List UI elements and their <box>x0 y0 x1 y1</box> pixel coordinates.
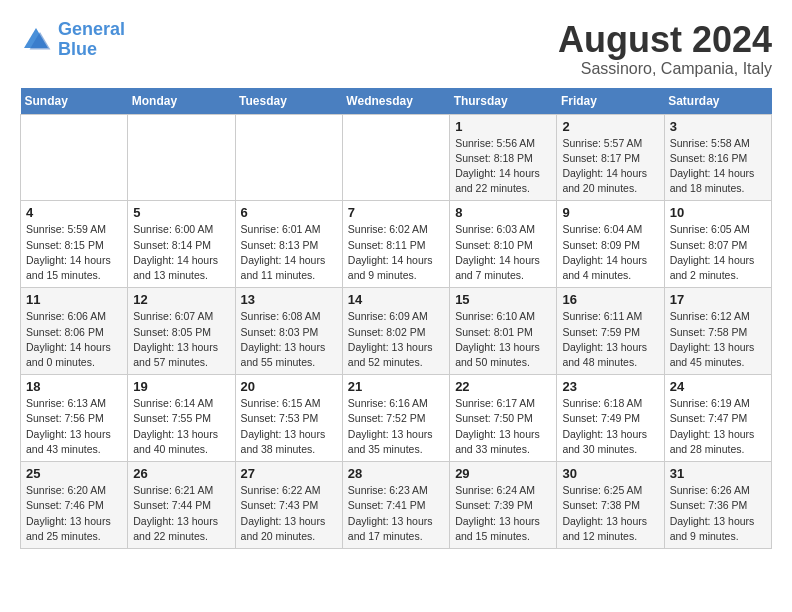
title-block: August 2024 Sassinoro, Campania, Italy <box>558 20 772 78</box>
weekday-header-sunday: Sunday <box>21 88 128 115</box>
calendar-cell: 4Sunrise: 5:59 AM Sunset: 8:15 PM Daylig… <box>21 201 128 288</box>
day-info: Sunrise: 6:16 AM Sunset: 7:52 PM Dayligh… <box>348 396 444 457</box>
calendar-cell: 9Sunrise: 6:04 AM Sunset: 8:09 PM Daylig… <box>557 201 664 288</box>
logo-line1: General <box>58 19 125 39</box>
day-number: 7 <box>348 205 444 220</box>
day-number: 17 <box>670 292 766 307</box>
logo: General Blue <box>20 20 125 60</box>
calendar-cell <box>235 114 342 201</box>
day-info: Sunrise: 6:00 AM Sunset: 8:14 PM Dayligh… <box>133 222 229 283</box>
day-number: 19 <box>133 379 229 394</box>
calendar-cell: 27Sunrise: 6:22 AM Sunset: 7:43 PM Dayli… <box>235 462 342 549</box>
day-info: Sunrise: 6:15 AM Sunset: 7:53 PM Dayligh… <box>241 396 337 457</box>
day-number: 8 <box>455 205 551 220</box>
day-number: 29 <box>455 466 551 481</box>
day-number: 18 <box>26 379 122 394</box>
day-info: Sunrise: 6:03 AM Sunset: 8:10 PM Dayligh… <box>455 222 551 283</box>
calendar-cell <box>128 114 235 201</box>
calendar-cell: 30Sunrise: 6:25 AM Sunset: 7:38 PM Dayli… <box>557 462 664 549</box>
day-info: Sunrise: 6:06 AM Sunset: 8:06 PM Dayligh… <box>26 309 122 370</box>
day-info: Sunrise: 6:09 AM Sunset: 8:02 PM Dayligh… <box>348 309 444 370</box>
day-number: 16 <box>562 292 658 307</box>
calendar-cell: 25Sunrise: 6:20 AM Sunset: 7:46 PM Dayli… <box>21 462 128 549</box>
calendar-week-row: 18Sunrise: 6:13 AM Sunset: 7:56 PM Dayli… <box>21 375 772 462</box>
weekday-header-friday: Friday <box>557 88 664 115</box>
day-info: Sunrise: 6:08 AM Sunset: 8:03 PM Dayligh… <box>241 309 337 370</box>
calendar-cell: 23Sunrise: 6:18 AM Sunset: 7:49 PM Dayli… <box>557 375 664 462</box>
calendar-cell: 1Sunrise: 5:56 AM Sunset: 8:18 PM Daylig… <box>450 114 557 201</box>
calendar-cell: 3Sunrise: 5:58 AM Sunset: 8:16 PM Daylig… <box>664 114 771 201</box>
day-info: Sunrise: 6:07 AM Sunset: 8:05 PM Dayligh… <box>133 309 229 370</box>
day-info: Sunrise: 6:26 AM Sunset: 7:36 PM Dayligh… <box>670 483 766 544</box>
day-number: 28 <box>348 466 444 481</box>
day-info: Sunrise: 6:20 AM Sunset: 7:46 PM Dayligh… <box>26 483 122 544</box>
day-info: Sunrise: 6:14 AM Sunset: 7:55 PM Dayligh… <box>133 396 229 457</box>
day-info: Sunrise: 6:21 AM Sunset: 7:44 PM Dayligh… <box>133 483 229 544</box>
calendar-cell: 17Sunrise: 6:12 AM Sunset: 7:58 PM Dayli… <box>664 288 771 375</box>
day-number: 14 <box>348 292 444 307</box>
day-info: Sunrise: 6:12 AM Sunset: 7:58 PM Dayligh… <box>670 309 766 370</box>
calendar-cell: 15Sunrise: 6:10 AM Sunset: 8:01 PM Dayli… <box>450 288 557 375</box>
day-number: 20 <box>241 379 337 394</box>
calendar-cell <box>21 114 128 201</box>
weekday-header-thursday: Thursday <box>450 88 557 115</box>
day-number: 12 <box>133 292 229 307</box>
day-info: Sunrise: 5:57 AM Sunset: 8:17 PM Dayligh… <box>562 136 658 197</box>
weekday-header-wednesday: Wednesday <box>342 88 449 115</box>
day-number: 23 <box>562 379 658 394</box>
calendar-cell: 22Sunrise: 6:17 AM Sunset: 7:50 PM Dayli… <box>450 375 557 462</box>
day-info: Sunrise: 6:18 AM Sunset: 7:49 PM Dayligh… <box>562 396 658 457</box>
day-number: 10 <box>670 205 766 220</box>
day-info: Sunrise: 6:02 AM Sunset: 8:11 PM Dayligh… <box>348 222 444 283</box>
calendar-cell: 18Sunrise: 6:13 AM Sunset: 7:56 PM Dayli… <box>21 375 128 462</box>
day-number: 26 <box>133 466 229 481</box>
day-number: 5 <box>133 205 229 220</box>
day-number: 21 <box>348 379 444 394</box>
calendar-cell: 21Sunrise: 6:16 AM Sunset: 7:52 PM Dayli… <box>342 375 449 462</box>
weekday-header-row: SundayMondayTuesdayWednesdayThursdayFrid… <box>21 88 772 115</box>
calendar-cell: 14Sunrise: 6:09 AM Sunset: 8:02 PM Dayli… <box>342 288 449 375</box>
day-info: Sunrise: 6:01 AM Sunset: 8:13 PM Dayligh… <box>241 222 337 283</box>
day-number: 24 <box>670 379 766 394</box>
weekday-header-monday: Monday <box>128 88 235 115</box>
day-info: Sunrise: 6:05 AM Sunset: 8:07 PM Dayligh… <box>670 222 766 283</box>
calendar-subtitle: Sassinoro, Campania, Italy <box>558 60 772 78</box>
day-info: Sunrise: 6:13 AM Sunset: 7:56 PM Dayligh… <box>26 396 122 457</box>
logo-text: General Blue <box>58 20 125 60</box>
day-number: 31 <box>670 466 766 481</box>
page-header: General Blue August 2024 Sassinoro, Camp… <box>20 20 772 78</box>
day-number: 4 <box>26 205 122 220</box>
day-number: 3 <box>670 119 766 134</box>
day-info: Sunrise: 5:59 AM Sunset: 8:15 PM Dayligh… <box>26 222 122 283</box>
calendar-week-row: 11Sunrise: 6:06 AM Sunset: 8:06 PM Dayli… <box>21 288 772 375</box>
calendar-cell: 6Sunrise: 6:01 AM Sunset: 8:13 PM Daylig… <box>235 201 342 288</box>
day-info: Sunrise: 5:58 AM Sunset: 8:16 PM Dayligh… <box>670 136 766 197</box>
calendar-week-row: 4Sunrise: 5:59 AM Sunset: 8:15 PM Daylig… <box>21 201 772 288</box>
day-info: Sunrise: 6:25 AM Sunset: 7:38 PM Dayligh… <box>562 483 658 544</box>
day-info: Sunrise: 5:56 AM Sunset: 8:18 PM Dayligh… <box>455 136 551 197</box>
calendar-cell: 11Sunrise: 6:06 AM Sunset: 8:06 PM Dayli… <box>21 288 128 375</box>
weekday-header-saturday: Saturday <box>664 88 771 115</box>
calendar-cell: 7Sunrise: 6:02 AM Sunset: 8:11 PM Daylig… <box>342 201 449 288</box>
calendar-cell: 16Sunrise: 6:11 AM Sunset: 7:59 PM Dayli… <box>557 288 664 375</box>
day-number: 25 <box>26 466 122 481</box>
logo-line2: Blue <box>58 39 97 59</box>
day-number: 27 <box>241 466 337 481</box>
day-info: Sunrise: 6:19 AM Sunset: 7:47 PM Dayligh… <box>670 396 766 457</box>
day-number: 22 <box>455 379 551 394</box>
day-info: Sunrise: 6:10 AM Sunset: 8:01 PM Dayligh… <box>455 309 551 370</box>
day-info: Sunrise: 6:22 AM Sunset: 7:43 PM Dayligh… <box>241 483 337 544</box>
logo-icon <box>20 24 52 56</box>
calendar-cell: 24Sunrise: 6:19 AM Sunset: 7:47 PM Dayli… <box>664 375 771 462</box>
day-info: Sunrise: 6:23 AM Sunset: 7:41 PM Dayligh… <box>348 483 444 544</box>
day-number: 15 <box>455 292 551 307</box>
calendar-cell: 10Sunrise: 6:05 AM Sunset: 8:07 PM Dayli… <box>664 201 771 288</box>
day-number: 2 <box>562 119 658 134</box>
calendar-week-row: 1Sunrise: 5:56 AM Sunset: 8:18 PM Daylig… <box>21 114 772 201</box>
day-info: Sunrise: 6:17 AM Sunset: 7:50 PM Dayligh… <box>455 396 551 457</box>
calendar-title: August 2024 <box>558 20 772 60</box>
day-number: 6 <box>241 205 337 220</box>
calendar-cell: 19Sunrise: 6:14 AM Sunset: 7:55 PM Dayli… <box>128 375 235 462</box>
calendar-cell: 8Sunrise: 6:03 AM Sunset: 8:10 PM Daylig… <box>450 201 557 288</box>
day-number: 30 <box>562 466 658 481</box>
